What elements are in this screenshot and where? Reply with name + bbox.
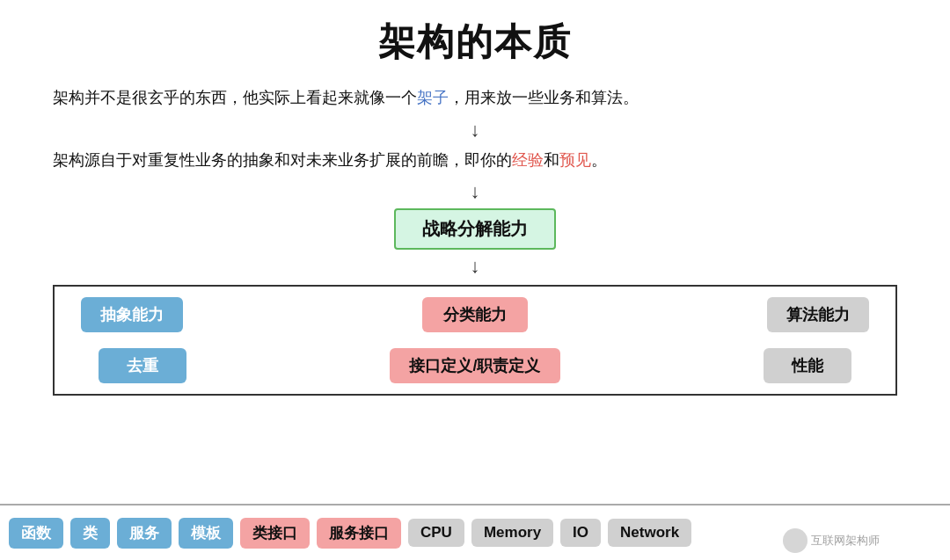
interface-def-box: 接口定义/职责定义 — [390, 348, 559, 383]
classify-ability-box: 分类能力 — [422, 297, 528, 332]
para2-text3: 。 — [591, 151, 607, 169]
abstract-ability-box: 抽象能力 — [81, 297, 183, 332]
chip-function: 函数 — [9, 518, 63, 549]
para2-highlight1: 经验 — [512, 151, 544, 169]
para1-text1: 架构并不是很玄乎的东西，他实际上看起来就像一个 — [53, 89, 417, 106]
para1-text2: ，用来放一些业务和算法。 — [449, 89, 639, 106]
chip-network: Network — [608, 519, 691, 547]
arrow-1: ↓ — [53, 119, 897, 142]
paragraph-2: 架构源自于对重复性业务的抽象和对未来业务扩展的前瞻，即你的经验和预见。 — [53, 147, 897, 174]
algorithm-ability-box: 算法能力 — [767, 297, 869, 332]
para2-highlight2: 预见 — [559, 151, 591, 169]
chip-memory: Memory — [471, 519, 553, 547]
page-title: 架构的本质 — [53, 18, 897, 67]
performance-box: 性能 — [764, 348, 851, 383]
chip-service-interface: 服务接口 — [317, 518, 401, 549]
three-cols-container: 抽象能力 分类能力 算法能力 去重 接口定义/职责定义 性能 — [53, 285, 897, 396]
main-container: 架构的本质 架构并不是很玄乎的东西，他实际上看起来就像一个架子，用来放一些业务和… — [0, 0, 950, 560]
watermark-text: 互联网架构师 — [811, 533, 880, 549]
chip-service: 服务 — [117, 518, 172, 549]
chip-class-interface: 类接口 — [240, 518, 310, 549]
para1-highlight: 架子 — [417, 89, 449, 106]
bottom-bar: 函数 类 服务 模板 类接口 服务接口 CPU Memory IO Networ… — [0, 504, 950, 560]
arrow-3: ↓ — [53, 255, 897, 278]
para2-text2: 和 — [544, 151, 559, 169]
row-2: 去重 接口定义/职责定义 性能 — [63, 341, 887, 383]
watermark-icon — [783, 528, 808, 553]
watermark: 互联网架构师 — [783, 528, 880, 553]
paragraph-1: 架构并不是很玄乎的东西，他实际上看起来就像一个架子，用来放一些业务和算法。 — [53, 84, 897, 112]
chip-cpu: CPU — [408, 519, 464, 547]
row-1: 抽象能力 分类能力 算法能力 — [63, 297, 887, 332]
para2-text1: 架构源自于对重复性业务的抽象和对未来业务扩展的前瞻，即你的 — [53, 151, 512, 169]
strategy-box: 战略分解能力 — [394, 208, 556, 250]
chip-template: 模板 — [179, 518, 233, 549]
chip-class: 类 — [70, 518, 110, 549]
center-box-wrapper: 战略分解能力 — [53, 208, 897, 250]
chip-io: IO — [560, 519, 601, 547]
arrow-2: ↓ — [53, 180, 897, 203]
dedup-box: 去重 — [99, 348, 186, 383]
